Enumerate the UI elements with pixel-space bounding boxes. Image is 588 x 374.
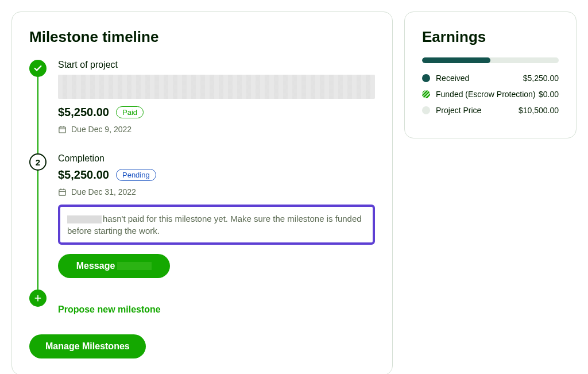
calendar-icon [58,125,67,134]
funding-warning: hasn't paid for this milestone yet. Make… [58,205,375,245]
dot-icon-funded [422,90,430,98]
milestone-due-row: Due Dec 31, 2022 [58,187,375,196]
redacted-recipient [117,262,152,270]
earnings-row-price: Project Price $10,500.00 [422,106,559,115]
redacted-description [58,75,375,99]
redacted-name [67,215,102,223]
milestone-number-marker: 2 [29,153,47,171]
earnings-label: Received [436,74,523,83]
svg-rect-0 [59,127,65,133]
earnings-heading: Earnings [422,28,559,46]
milestone-item: 2 Completion $5,250.00 Pending Due Dec 3… [29,153,375,290]
milestone-price-row: $5,250.00 Paid [58,106,375,119]
milestone-item: Start of project $5,250.00 Paid Due Dec … [29,60,375,153]
milestone-title: Completion [58,153,375,164]
earnings-value: $10,500.00 [519,106,559,115]
propose-milestone-link[interactable]: Propose new milestone [58,304,161,314]
plus-icon[interactable] [29,290,47,307]
earnings-value: $5,250.00 [523,74,559,83]
earnings-label: Project Price [436,106,519,115]
milestone-timeline-card: Milestone timeline Start of project $5,2… [11,11,393,374]
propose-milestone-row: Propose new milestone [29,290,375,332]
earnings-row-received: Received $5,250.00 [422,74,559,83]
svg-rect-4 [59,190,65,195]
milestone-amount: $5,250.00 [58,106,109,119]
message-button-label: Message [76,261,115,271]
check-icon [29,60,47,77]
warning-text: hasn't paid for this milestone yet. Make… [67,214,362,236]
status-badge-pending: Pending [116,169,156,181]
milestone-price-row: $5,250.00 Pending [58,168,375,182]
calendar-icon [58,188,67,196]
manage-milestones-button[interactable]: Manage Milestones [29,334,146,358]
milestone-due-date: Due Dec 31, 2022 [71,187,136,196]
milestone-title: Start of project [58,60,375,70]
status-badge-paid: Paid [116,106,144,118]
timeline-list: Start of project $5,250.00 Paid Due Dec … [29,60,375,332]
dot-icon-price [422,106,430,114]
earnings-progress [422,57,559,63]
milestone-amount: $5,250.00 [58,168,109,182]
earnings-value: $0.00 [539,90,559,99]
milestone-due-row: Due Dec 9, 2022 [58,125,375,134]
earnings-label: Funded (Escrow Protection) [436,90,539,99]
message-button[interactable]: Message [58,254,170,278]
dot-icon-received [422,74,430,82]
earnings-progress-fill [422,57,490,63]
earnings-row-funded: Funded (Escrow Protection) $0.00 [422,90,559,99]
earnings-card: Earnings Received $5,250.00 Funded (Escr… [404,11,577,138]
timeline-heading: Milestone timeline [29,28,375,46]
milestone-due-date: Due Dec 9, 2022 [71,125,131,134]
